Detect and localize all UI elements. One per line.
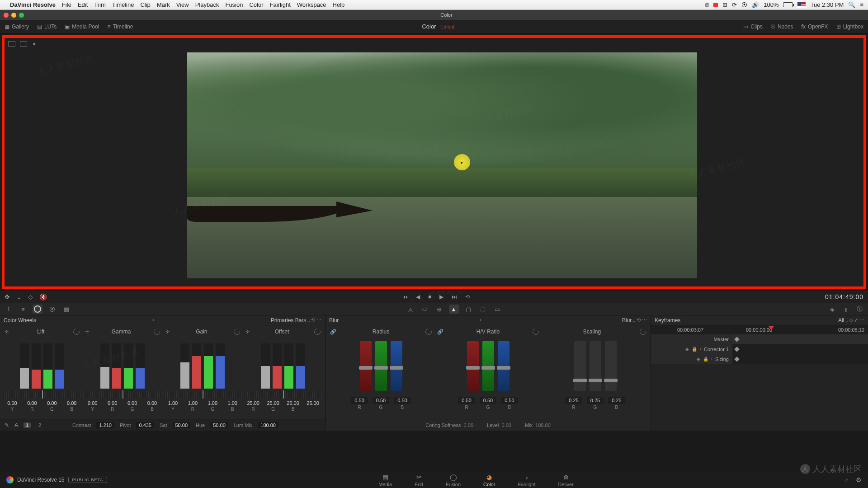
- scopes-icon[interactable]: ⫿: [841, 305, 851, 314]
- overlay-icon[interactable]: ◇: [28, 293, 33, 300]
- hue-value[interactable]: 50.00: [210, 422, 228, 428]
- settings-icon[interactable]: ⚙: [856, 476, 862, 483]
- offset-val-R[interactable]: 25.00: [244, 400, 263, 406]
- primaries-mode-dropdown[interactable]: Primaries Bars: [271, 317, 310, 324]
- luts-button[interactable]: ▤LUTs: [37, 23, 57, 30]
- menu-workspace[interactable]: Workspace: [297, 1, 326, 8]
- lift-jog[interactable]: [3, 391, 81, 398]
- home-icon[interactable]: ⌂: [845, 476, 849, 483]
- chevron-right-icon[interactable]: ›: [700, 347, 701, 352]
- menu-fusion[interactable]: Fusion: [225, 1, 243, 8]
- offset-reset-icon[interactable]: [313, 327, 321, 336]
- openfx-button[interactable]: fxOpenFX: [802, 23, 828, 30]
- go-last-button[interactable]: ⏭: [452, 294, 457, 300]
- wifi-icon[interactable]: ⦿: [741, 1, 747, 8]
- kf-expand-icon[interactable]: ⤢: [853, 317, 858, 323]
- viewer-mode-icon-1[interactable]: [8, 41, 15, 47]
- menu-help[interactable]: Help: [333, 1, 345, 8]
- gain-val-G[interactable]: 1.00: [203, 400, 222, 406]
- radius-val-G[interactable]: 0.50: [373, 397, 389, 404]
- offset-val-B[interactable]: 25.00: [283, 400, 302, 406]
- sync-icon[interactable]: ⟳: [732, 1, 737, 8]
- play-button[interactable]: ▶: [439, 294, 443, 300]
- gamma-jog[interactable]: [83, 391, 162, 398]
- gain-reset-icon[interactable]: [233, 327, 241, 336]
- lift-bars[interactable]: [3, 339, 81, 389]
- offset-val-G[interactable]: 25.00: [264, 400, 283, 406]
- pick-wb-icon[interactable]: A: [14, 422, 18, 428]
- kf-lock-icon[interactable]: 🔒: [692, 347, 697, 352]
- menu-edit[interactable]: Edit: [78, 1, 88, 8]
- close-window-button[interactable]: [4, 13, 9, 18]
- tab-media[interactable]: ▤Media: [378, 473, 392, 487]
- step-back-button[interactable]: ◀: [416, 294, 420, 300]
- radius-val-R[interactable]: 0.50: [351, 397, 368, 404]
- kf-row-master[interactable]: Master: [651, 334, 868, 344]
- hvratio-val-B[interactable]: 0.50: [501, 397, 518, 404]
- curves-left-icon[interactable]: ⌇: [4, 305, 14, 314]
- gamma-picker-icon[interactable]: ✛: [85, 329, 89, 335]
- radius-reset-icon[interactable]: [424, 327, 433, 336]
- tab-edit[interactable]: ✂Edit: [415, 473, 423, 487]
- tab-color[interactable]: ◕Color: [483, 473, 495, 487]
- kf-menu-icon[interactable]: ⋯: [858, 317, 864, 323]
- input-flag-icon[interactable]: [797, 2, 806, 8]
- gain-val-R[interactable]: 1.00: [183, 400, 202, 406]
- kf-diamond-icon[interactable]: ◇: [848, 317, 853, 323]
- bars-icon[interactable]: ≡: [18, 305, 28, 314]
- minimize-window-button[interactable]: [11, 13, 16, 18]
- menu-color[interactable]: Color: [249, 1, 263, 8]
- viewer-timecode[interactable]: 01:04:49:00: [825, 293, 863, 300]
- viewer-mode-icon-2[interactable]: [20, 41, 27, 47]
- nodes-button[interactable]: ⦾Nodes: [771, 23, 793, 30]
- window-icon[interactable]: ⬭: [420, 305, 430, 314]
- custom-icon[interactable]: ⦿: [47, 305, 57, 314]
- hvratio-bars[interactable]: [467, 339, 509, 393]
- mix-value[interactable]: 100.00: [535, 422, 551, 428]
- mediapool-button[interactable]: ▣Media Pool: [65, 23, 99, 30]
- gamma-val-R[interactable]: 0.00: [103, 400, 122, 406]
- hvratio-link-icon[interactable]: 🔗: [437, 329, 443, 335]
- scaling-val-B[interactable]: 0.25: [608, 397, 625, 404]
- app-name[interactable]: DaVinci Resolve: [10, 1, 56, 8]
- hvratio-val-R[interactable]: 0.50: [458, 397, 475, 404]
- radius-bars[interactable]: [360, 339, 402, 393]
- stereo-icon[interactable]: ▭: [492, 305, 502, 314]
- viewer-canvas[interactable]: [187, 52, 697, 278]
- offset-jog[interactable]: [244, 391, 322, 398]
- gain-bars[interactable]: [164, 339, 242, 389]
- menu-timeline[interactable]: Timeline: [112, 1, 134, 8]
- kf-diamond-icon[interactable]: ◆: [685, 347, 689, 352]
- key-icon[interactable]: ▢: [463, 305, 473, 314]
- menu-clip[interactable]: Clip: [140, 1, 150, 8]
- tracker-icon[interactable]: ⊕: [434, 305, 444, 314]
- gallery-button[interactable]: ▦Gallery: [5, 23, 29, 30]
- tab-fusion[interactable]: ◯Fusion: [446, 473, 461, 487]
- panel-menu-icon[interactable]: ⋯: [315, 317, 321, 323]
- lift-val-G[interactable]: 0.00: [42, 400, 61, 406]
- gain-picker-icon[interactable]: ✛: [165, 329, 170, 335]
- globals-page-1[interactable]: 1: [24, 422, 31, 428]
- scaling-val-G[interactable]: 0.25: [587, 397, 604, 404]
- level-value[interactable]: 0.00: [501, 422, 511, 428]
- kf-diamond-icon[interactable]: ◆: [697, 357, 700, 361]
- panel-dots-icon[interactable]: •: [36, 317, 271, 324]
- blur-mode-dropdown[interactable]: Blur: [622, 317, 635, 324]
- globals-page-2[interactable]: 2: [36, 422, 43, 428]
- scaling-val-R[interactable]: 0.25: [565, 397, 582, 404]
- mute-icon[interactable]: 🔇: [39, 293, 47, 300]
- notification-icon[interactable]: ≡: [860, 1, 863, 8]
- reset-all-icon[interactable]: ⟲: [310, 317, 315, 323]
- tab-fairlight[interactable]: ♪Fairlight: [518, 473, 535, 487]
- hvratio-reset-icon[interactable]: [531, 327, 540, 336]
- chevron-down-icon[interactable]: ⌄: [16, 293, 22, 300]
- lift-val-Y[interactable]: 0.00: [3, 400, 22, 406]
- sizing-icon[interactable]: ⬚: [478, 305, 488, 314]
- info-icon[interactable]: ⓘ: [854, 305, 864, 314]
- record-icon[interactable]: [713, 3, 718, 7]
- scaling-bars[interactable]: [574, 339, 617, 393]
- keyframe-marker-icon[interactable]: [734, 357, 739, 361]
- keyframes-ruler[interactable]: 00:00:03;07 00:00:00;00 00:00:08;10: [651, 325, 868, 334]
- lightbox-button[interactable]: ⊞Lightbox: [836, 23, 863, 30]
- stop-button[interactable]: ■: [428, 294, 431, 300]
